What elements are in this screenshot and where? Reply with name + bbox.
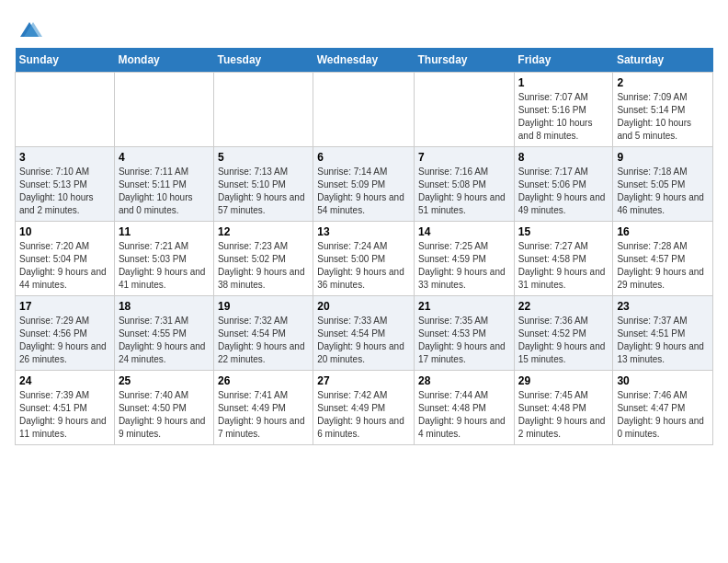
day-info: Sunrise: 7:09 AM Sunset: 5:14 PM Dayligh… xyxy=(617,91,709,143)
day-number: 12 xyxy=(218,225,309,238)
day-cell xyxy=(415,73,515,147)
day-cell: 22Sunrise: 7:36 AM Sunset: 4:52 PM Dayli… xyxy=(514,296,613,371)
col-header-sunday: Sunday xyxy=(16,48,115,73)
day-number: 26 xyxy=(218,374,309,387)
day-cell: 20Sunrise: 7:33 AM Sunset: 4:54 PM Dayli… xyxy=(313,296,415,371)
day-number: 23 xyxy=(617,300,709,313)
day-number: 8 xyxy=(518,151,609,164)
day-cell: 18Sunrise: 7:31 AM Sunset: 4:55 PM Dayli… xyxy=(114,296,213,371)
day-info: Sunrise: 7:42 AM Sunset: 4:49 PM Dayligh… xyxy=(317,389,410,441)
day-cell: 14Sunrise: 7:25 AM Sunset: 4:59 PM Dayli… xyxy=(415,222,515,296)
day-info: Sunrise: 7:40 AM Sunset: 4:50 PM Dayligh… xyxy=(119,389,210,441)
day-number: 2 xyxy=(617,76,709,89)
day-cell: 23Sunrise: 7:37 AM Sunset: 4:51 PM Dayli… xyxy=(613,296,713,371)
day-info: Sunrise: 7:44 AM Sunset: 4:48 PM Dayligh… xyxy=(418,389,510,441)
day-number: 30 xyxy=(617,374,709,387)
day-info: Sunrise: 7:16 AM Sunset: 5:08 PM Dayligh… xyxy=(418,166,510,217)
col-header-monday: Monday xyxy=(114,48,213,73)
day-number: 9 xyxy=(617,151,709,164)
day-info: Sunrise: 7:41 AM Sunset: 4:49 PM Dayligh… xyxy=(218,389,309,441)
day-cell: 7Sunrise: 7:16 AM Sunset: 5:08 PM Daylig… xyxy=(415,147,515,222)
day-cell: 15Sunrise: 7:27 AM Sunset: 4:58 PM Dayli… xyxy=(514,222,613,296)
day-number: 27 xyxy=(317,374,410,387)
day-number: 10 xyxy=(19,225,110,238)
day-number: 25 xyxy=(119,374,210,387)
day-info: Sunrise: 7:39 AM Sunset: 4:51 PM Dayligh… xyxy=(19,389,110,441)
day-cell: 2Sunrise: 7:09 AM Sunset: 5:14 PM Daylig… xyxy=(613,73,713,147)
week-row-5: 24Sunrise: 7:39 AM Sunset: 4:51 PM Dayli… xyxy=(16,371,713,445)
day-cell xyxy=(114,73,213,147)
day-cell: 29Sunrise: 7:45 AM Sunset: 4:48 PM Dayli… xyxy=(514,371,613,445)
day-number: 11 xyxy=(119,225,210,238)
day-info: Sunrise: 7:33 AM Sunset: 4:54 PM Dayligh… xyxy=(317,315,410,366)
day-cell xyxy=(313,73,415,147)
day-cell: 17Sunrise: 7:29 AM Sunset: 4:56 PM Dayli… xyxy=(16,296,115,371)
day-cell: 8Sunrise: 7:17 AM Sunset: 5:06 PM Daylig… xyxy=(514,147,613,222)
day-info: Sunrise: 7:25 AM Sunset: 4:59 PM Dayligh… xyxy=(418,240,510,292)
day-cell: 3Sunrise: 7:10 AM Sunset: 5:13 PM Daylig… xyxy=(16,147,115,222)
day-cell: 9Sunrise: 7:18 AM Sunset: 5:05 PM Daylig… xyxy=(613,147,713,222)
day-info: Sunrise: 7:23 AM Sunset: 5:02 PM Dayligh… xyxy=(218,240,309,292)
day-cell: 19Sunrise: 7:32 AM Sunset: 4:54 PM Dayli… xyxy=(213,296,313,371)
day-cell: 6Sunrise: 7:14 AM Sunset: 5:09 PM Daylig… xyxy=(313,147,415,222)
day-number: 22 xyxy=(518,300,609,313)
week-row-3: 10Sunrise: 7:20 AM Sunset: 5:04 PM Dayli… xyxy=(16,222,713,296)
logo xyxy=(15,18,42,39)
day-number: 20 xyxy=(317,300,410,313)
week-row-2: 3Sunrise: 7:10 AM Sunset: 5:13 PM Daylig… xyxy=(16,147,713,222)
day-number: 7 xyxy=(418,151,510,164)
day-info: Sunrise: 7:27 AM Sunset: 4:58 PM Dayligh… xyxy=(518,240,609,292)
day-cell: 25Sunrise: 7:40 AM Sunset: 4:50 PM Dayli… xyxy=(114,371,213,445)
day-number: 28 xyxy=(418,374,510,387)
calendar-header-row: SundayMondayTuesdayWednesdayThursdayFrid… xyxy=(16,48,713,73)
day-cell: 30Sunrise: 7:46 AM Sunset: 4:47 PM Dayli… xyxy=(613,371,713,445)
col-header-saturday: Saturday xyxy=(613,48,713,73)
day-cell xyxy=(213,73,313,147)
day-cell: 12Sunrise: 7:23 AM Sunset: 5:02 PM Dayli… xyxy=(213,222,313,296)
day-cell: 27Sunrise: 7:42 AM Sunset: 4:49 PM Dayli… xyxy=(313,371,415,445)
day-number: 4 xyxy=(119,151,210,164)
day-info: Sunrise: 7:37 AM Sunset: 4:51 PM Dayligh… xyxy=(617,315,709,366)
day-info: Sunrise: 7:46 AM Sunset: 4:47 PM Dayligh… xyxy=(617,389,709,441)
day-cell: 4Sunrise: 7:11 AM Sunset: 5:11 PM Daylig… xyxy=(114,147,213,222)
day-info: Sunrise: 7:29 AM Sunset: 4:56 PM Dayligh… xyxy=(19,315,110,366)
day-number: 19 xyxy=(218,300,309,313)
day-cell: 1Sunrise: 7:07 AM Sunset: 5:16 PM Daylig… xyxy=(514,73,613,147)
day-number: 17 xyxy=(19,300,110,313)
day-info: Sunrise: 7:07 AM Sunset: 5:16 PM Dayligh… xyxy=(518,91,609,143)
day-cell: 24Sunrise: 7:39 AM Sunset: 4:51 PM Dayli… xyxy=(16,371,115,445)
day-cell: 26Sunrise: 7:41 AM Sunset: 4:49 PM Dayli… xyxy=(213,371,313,445)
day-info: Sunrise: 7:10 AM Sunset: 5:13 PM Dayligh… xyxy=(19,166,110,217)
day-number: 16 xyxy=(617,225,709,238)
day-info: Sunrise: 7:31 AM Sunset: 4:55 PM Dayligh… xyxy=(119,315,210,366)
day-info: Sunrise: 7:24 AM Sunset: 5:00 PM Dayligh… xyxy=(317,240,410,292)
day-number: 29 xyxy=(518,374,609,387)
day-number: 6 xyxy=(317,151,410,164)
day-cell: 5Sunrise: 7:13 AM Sunset: 5:10 PM Daylig… xyxy=(213,147,313,222)
week-row-4: 17Sunrise: 7:29 AM Sunset: 4:56 PM Dayli… xyxy=(16,296,713,371)
day-info: Sunrise: 7:18 AM Sunset: 5:05 PM Dayligh… xyxy=(617,166,709,217)
day-cell: 11Sunrise: 7:21 AM Sunset: 5:03 PM Dayli… xyxy=(114,222,213,296)
header xyxy=(15,15,713,39)
week-row-1: 1Sunrise: 7:07 AM Sunset: 5:16 PM Daylig… xyxy=(16,73,713,147)
col-header-thursday: Thursday xyxy=(415,48,515,73)
day-info: Sunrise: 7:32 AM Sunset: 4:54 PM Dayligh… xyxy=(218,315,309,366)
day-cell: 10Sunrise: 7:20 AM Sunset: 5:04 PM Dayli… xyxy=(16,222,115,296)
day-cell: 13Sunrise: 7:24 AM Sunset: 5:00 PM Dayli… xyxy=(313,222,415,296)
day-number: 21 xyxy=(418,300,510,313)
day-info: Sunrise: 7:20 AM Sunset: 5:04 PM Dayligh… xyxy=(19,240,110,292)
day-info: Sunrise: 7:28 AM Sunset: 4:57 PM Dayligh… xyxy=(617,240,709,292)
day-info: Sunrise: 7:36 AM Sunset: 4:52 PM Dayligh… xyxy=(518,315,609,366)
col-header-friday: Friday xyxy=(514,48,613,73)
day-info: Sunrise: 7:45 AM Sunset: 4:48 PM Dayligh… xyxy=(518,389,609,441)
day-cell: 16Sunrise: 7:28 AM Sunset: 4:57 PM Dayli… xyxy=(613,222,713,296)
day-info: Sunrise: 7:11 AM Sunset: 5:11 PM Dayligh… xyxy=(119,166,210,217)
day-number: 3 xyxy=(19,151,110,164)
day-cell xyxy=(16,73,115,147)
day-cell: 21Sunrise: 7:35 AM Sunset: 4:53 PM Dayli… xyxy=(415,296,515,371)
day-info: Sunrise: 7:14 AM Sunset: 5:09 PM Dayligh… xyxy=(317,166,410,217)
day-number: 14 xyxy=(418,225,510,238)
calendar-table: SundayMondayTuesdayWednesdayThursdayFrid… xyxy=(15,48,713,445)
day-info: Sunrise: 7:35 AM Sunset: 4:53 PM Dayligh… xyxy=(418,315,510,366)
day-cell: 28Sunrise: 7:44 AM Sunset: 4:48 PM Dayli… xyxy=(415,371,515,445)
